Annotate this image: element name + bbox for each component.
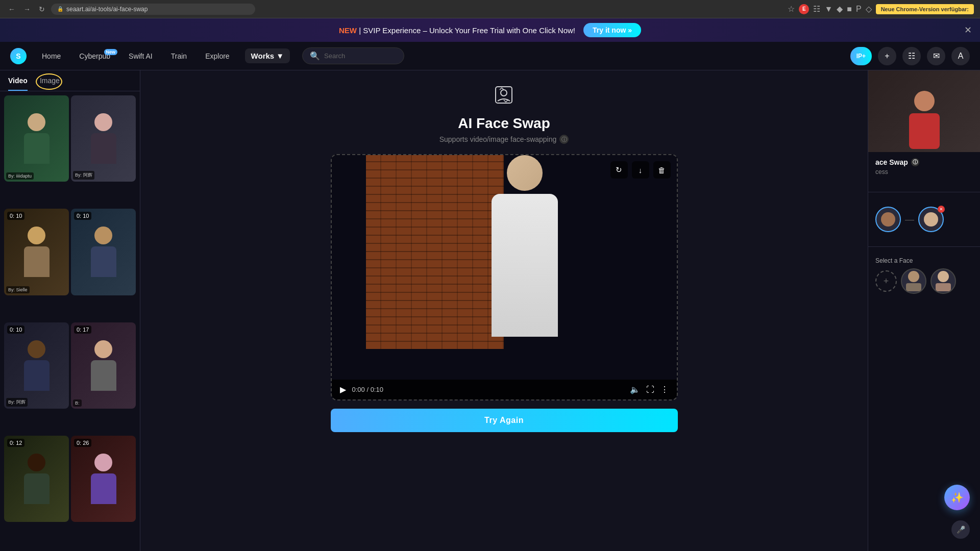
tabs-row: Video Image <box>0 70 140 91</box>
gallery-duration: 0: 17 <box>74 325 91 334</box>
gallery-duration: 0: 10 <box>7 212 24 220</box>
nav-train[interactable]: Train <box>168 50 190 62</box>
time-display: 0:00 / 0:10 <box>352 386 624 393</box>
volume-button[interactable]: 🔈 <box>630 385 640 394</box>
right-section-select-face: Select a Face + <box>868 251 980 300</box>
nav-home[interactable]: Home <box>39 50 64 62</box>
ext-icon-5[interactable]: P <box>856 5 862 14</box>
browser-right-controls: ☆ E ☷ ▼ ◆ ■ P ◇ Neue Chrome-Version verf… <box>788 4 974 14</box>
ext-icon-6[interactable]: ◇ <box>866 4 872 14</box>
face-silhouette-1 <box>906 271 921 291</box>
gallery-item[interactable]: 0: 10 By: 阿辉 <box>4 322 69 409</box>
info-icon[interactable]: ⓘ <box>559 135 569 144</box>
gallery-author: By: Sielle <box>6 286 30 293</box>
center-panel: AI Face Swap Supports video/image face-s… <box>140 70 868 551</box>
face-option-1[interactable] <box>901 268 926 294</box>
ext-icon-3[interactable]: ◆ <box>837 4 843 14</box>
selected-face-1[interactable] <box>875 207 901 232</box>
upgrade-button[interactable]: IP+ <box>850 47 872 65</box>
gallery-author: B: <box>73 399 82 407</box>
face-close-button[interactable]: ✕ <box>938 206 945 213</box>
gallery-item[interactable]: By: 阿辉 <box>71 95 136 182</box>
banner-new: NEW <box>339 26 357 35</box>
face-swap-icon <box>492 83 516 111</box>
profile-button[interactable]: A <box>951 47 970 65</box>
url-text: seaart.ai/ai-tools/ai-face-swap <box>66 6 148 13</box>
more-options-button[interactable]: ⋮ <box>660 385 669 394</box>
navbar: S Home Cyberpub New Swift AI Train Explo… <box>0 42 980 70</box>
forward-button[interactable]: → <box>21 4 33 14</box>
gallery-duration: 0: 12 <box>7 439 24 447</box>
gallery-duration: 0: 26 <box>74 439 91 447</box>
add-button[interactable]: + <box>878 47 896 65</box>
add-face-button[interactable]: + <box>875 270 897 292</box>
nav-cyberpub[interactable]: Cyberpub New <box>76 50 113 62</box>
main-layout: Video Image By: iiiidaptu By: 阿辉 <box>0 70 980 551</box>
nav-works[interactable]: Works ▼ <box>245 48 290 63</box>
tab-image[interactable]: Image <box>40 77 60 91</box>
divider-2 <box>868 246 980 247</box>
tab-video[interactable]: Video <box>8 77 28 91</box>
logo[interactable]: S <box>10 48 27 64</box>
cyberpub-badge: New <box>104 49 118 55</box>
face-option-2[interactable] <box>930 268 956 294</box>
grid-button[interactable]: ☷ <box>902 47 921 65</box>
notifications-button[interactable]: ✉ <box>927 47 945 65</box>
floating-icon: ✨ <box>951 491 964 504</box>
sound-icon: 🎤 <box>957 525 965 534</box>
gallery-author: By: 阿辉 <box>6 398 28 407</box>
gallery-duration: 0: 10 <box>74 212 91 220</box>
refresh-button[interactable]: ↻ <box>37 4 47 14</box>
fullscreen-button[interactable]: ⛶ <box>646 385 654 394</box>
right-subtitle: cess <box>875 168 973 176</box>
back-button[interactable]: ← <box>6 4 17 14</box>
search-bar[interactable]: 🔍 <box>302 47 404 64</box>
play-button[interactable]: ▶ <box>340 385 346 394</box>
address-bar[interactable]: 🔒 seaart.ai/ai-tools/ai-face-swap <box>51 4 255 15</box>
try-again-button[interactable]: Try Again <box>331 409 678 432</box>
nav-explore[interactable]: Explore <box>202 50 232 62</box>
search-input[interactable] <box>324 52 397 60</box>
face-silhouette-2 <box>936 271 951 291</box>
banner-main: | SVIP Experience – Unlock Your Free Tri… <box>359 26 575 35</box>
gallery-item[interactable]: 0: 12 <box>4 436 69 522</box>
lock-icon: 🔒 <box>57 6 63 12</box>
bookmark-icon[interactable]: ☆ <box>788 4 795 14</box>
chrome-notification[interactable]: Neue Chrome-Version verfügbar: <box>876 4 974 14</box>
info-icon-right[interactable]: ⓘ <box>911 158 919 166</box>
video-player: ↻ ↓ 🗑 ▶ 0:00 / 0:10 🔈 ⛶ <box>331 154 678 400</box>
selected-face-area: — ✕ <box>875 203 973 236</box>
ext-icon-2[interactable]: ▼ <box>824 5 832 14</box>
gallery-item[interactable]: 0: 17 B: <box>71 322 136 409</box>
works-chevron-icon: ▼ <box>276 52 284 60</box>
ext-icon-4[interactable]: ■ <box>847 5 852 14</box>
bottom-sound-button[interactable]: 🎤 <box>951 520 970 539</box>
floating-action-button[interactable]: ✨ <box>944 485 970 510</box>
banner-cta-button[interactable]: Try it now » <box>583 23 641 37</box>
delete-button[interactable]: 🗑 <box>653 161 671 179</box>
video-content <box>332 155 677 380</box>
preview-person <box>904 91 945 152</box>
download-button[interactable]: ↓ <box>632 161 649 179</box>
gallery-author: By: iiiidaptu <box>6 172 34 180</box>
tool-header: AI Face Swap Supports video/image face-s… <box>439 83 569 144</box>
gallery-item[interactable]: 0: 10 By: Sielle <box>4 209 69 295</box>
left-panel: Video Image By: iiiidaptu By: 阿辉 <box>0 70 140 551</box>
selected-face-2-wrapper: ✕ <box>918 207 944 232</box>
tool-title: AI Face Swap <box>458 115 550 132</box>
browser-bar: ← → ↻ 🔒 seaart.ai/ai-tools/ai-face-swap … <box>0 0 980 18</box>
video-toolbar: ↻ ↓ 🗑 <box>610 161 671 179</box>
select-face-label: Select a Face <box>875 257 973 264</box>
refresh-video-button[interactable]: ↻ <box>610 161 628 179</box>
preview-torso <box>909 113 940 149</box>
ext-icon-1[interactable]: ☷ <box>813 4 820 14</box>
gallery-item[interactable]: By: iiiidaptu <box>4 95 69 182</box>
nav-right-controls: IP+ + ☷ ✉ A <box>850 47 970 65</box>
gallery-item[interactable]: 0: 26 <box>71 436 136 522</box>
banner-close-button[interactable]: ✕ <box>964 24 972 36</box>
promo-banner: NEW | SVIP Experience – Unlock Your Free… <box>0 18 980 42</box>
top-preview <box>868 70 980 152</box>
gallery-item[interactable]: 0: 10 <box>71 209 136 295</box>
face-dash: — <box>905 214 914 225</box>
nav-swift-ai[interactable]: Swift AI <box>126 50 156 62</box>
